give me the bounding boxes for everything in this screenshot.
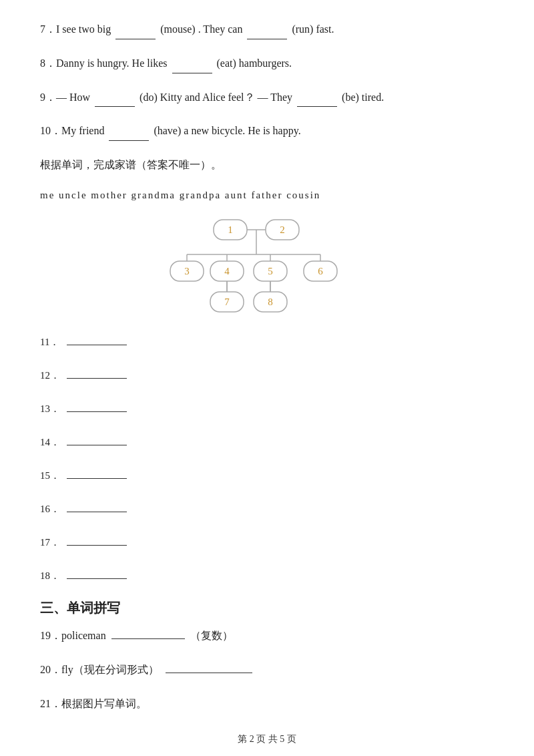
svg-text:5: 5: [268, 266, 273, 276]
q8-hint: (eat): [217, 57, 236, 69]
q8-end: hamburgers.: [239, 57, 292, 69]
q19-hint: （复数）: [190, 630, 233, 641]
question-10: 10．My friend (have) a new bicycle. He is…: [40, 122, 494, 141]
answer-15[interactable]: [67, 478, 127, 479]
q10-end: a new bicycle. He is happy.: [184, 125, 300, 136]
q10-text: 10．My friend: [40, 125, 104, 136]
q9-hint1: (do): [140, 91, 158, 103]
answer-12[interactable]: [67, 378, 127, 379]
q7-blank2: [247, 39, 287, 39]
page-footer: 第 2 页 共 5 页: [40, 733, 494, 745]
q9-blank1: [95, 106, 135, 107]
q7-text: 7．I see two big: [40, 23, 111, 35]
line-17: 17．: [40, 532, 494, 552]
q7-mid: . They can: [198, 23, 243, 35]
line-16: 16．: [40, 499, 494, 519]
q20-blank[interactable]: [166, 673, 252, 673]
q8-blank: [172, 73, 212, 73]
q19-text: 19．policeman: [40, 630, 106, 641]
q7-blank1: [115, 39, 156, 39]
q9-blank2: [297, 106, 337, 107]
question-8: 8．Danny is hungry. He likes (eat) hambur…: [40, 54, 494, 73]
section3-title: 三、单词拼写: [40, 599, 494, 617]
line-12: 12．: [40, 365, 494, 385]
question-7: 7．I see two big (mouse) . They can (run)…: [40, 20, 494, 39]
svg-text:2: 2: [280, 224, 285, 235]
svg-text:8: 8: [268, 297, 273, 307]
line-14: 14．: [40, 432, 494, 452]
q9-text: 9．— How: [40, 91, 90, 103]
fill-lines-container: 11． 12． 13． 14． 15． 16． 17． 18．: [40, 332, 494, 586]
answer-14[interactable]: [67, 445, 127, 445]
q7-blank2-hint: (run): [292, 23, 313, 35]
q7-end: fast.: [316, 23, 334, 35]
q10-hint: (have): [154, 125, 181, 136]
svg-text:7: 7: [224, 297, 230, 307]
q7-blank1-hint: (mouse): [160, 23, 195, 35]
q19-blank[interactable]: [111, 638, 185, 639]
question-19: 19．policeman （复数）: [40, 626, 494, 646]
q21-text: 21．根据图片写单词。: [40, 698, 147, 709]
answer-17[interactable]: [67, 545, 127, 546]
question-21: 21．根据图片写单词。: [40, 695, 494, 714]
line-11: 11．: [40, 332, 494, 352]
svg-text:1: 1: [228, 224, 233, 235]
line-15: 15．: [40, 465, 494, 486]
svg-text:4: 4: [224, 266, 230, 276]
question-9: 9．— How (do) Kitty and Alice feel？ — The…: [40, 88, 494, 108]
word-bank: me uncle mother grandma grandpa aunt fat…: [40, 190, 494, 201]
q20-text: 20．fly（现在分词形式）: [40, 664, 159, 675]
line-13: 13．: [40, 399, 494, 419]
line-18: 18．: [40, 566, 494, 586]
family-tree: 1 2 3 4 5 6 7 8: [167, 213, 367, 320]
svg-text:3: 3: [184, 266, 190, 276]
q9-hint2: (be): [342, 91, 359, 103]
q9-mid: Kitty and Alice feel？ — They: [160, 91, 292, 103]
answer-18[interactable]: [67, 578, 127, 579]
q8-text: 8．Danny is hungry. He likes: [40, 57, 168, 69]
answer-16[interactable]: [67, 512, 127, 512]
q9-end: tired.: [362, 91, 384, 103]
answer-13[interactable]: [67, 411, 127, 412]
question-20: 20．fly（现在分词形式）: [40, 660, 494, 680]
svg-text:6: 6: [318, 266, 323, 276]
q10-blank: [109, 140, 149, 141]
answer-11[interactable]: [67, 345, 127, 345]
section2-instruction: 根据单词，完成家谱（答案不唯一）。: [40, 156, 494, 175]
